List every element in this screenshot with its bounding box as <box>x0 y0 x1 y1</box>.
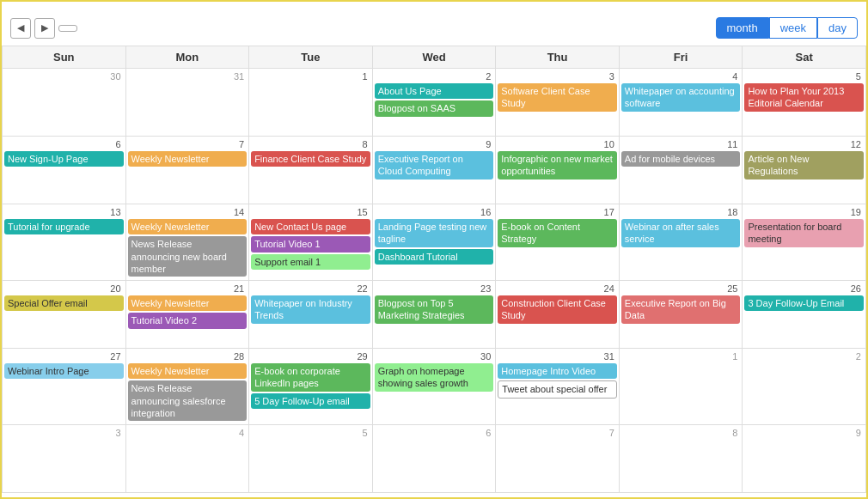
cell-date: 16 <box>375 206 494 219</box>
calendar-event[interactable]: Tutorial for upgrade <box>4 219 124 234</box>
calendar-cell: 22Whitepaper on Industry Trends <box>249 281 373 348</box>
calendar-cell: 21Weekly NewsletterTutorial Video 2 <box>126 281 250 348</box>
today-button[interactable] <box>58 25 77 32</box>
day-view-button[interactable]: day <box>817 17 858 39</box>
calendar-event[interactable]: Blogpost on SAAS <box>375 100 494 116</box>
next-button[interactable]: ▶ <box>34 18 55 39</box>
calendar-cell: 30Graph on homepage showing sales growth <box>373 349 497 424</box>
calendar-event[interactable]: Tutorial Video 1 <box>251 236 370 252</box>
calendar-event[interactable]: Weekly Newsletter <box>128 219 248 234</box>
calendar-event[interactable]: Blogpost on Top 5 Marketing Strategies <box>375 295 494 324</box>
calendar-grid: SunMonTueWedThuFriSat 303112About Us Pag… <box>2 46 866 493</box>
calendar-week-2: 13Tutorial for upgrade14Weekly Newslette… <box>3 204 866 281</box>
day-header-sun: Sun <box>3 46 126 69</box>
calendar-cell: 16Landing Page testing new taglineDashbo… <box>373 204 497 280</box>
calendar-event[interactable]: Landing Page testing new tagline <box>375 219 494 247</box>
calendar-event[interactable]: Tweet about special offer <box>498 380 617 398</box>
calendar-cell: 263 Day Follow-Up Email <box>743 281 866 348</box>
day-header-wed: Wed <box>373 46 497 69</box>
calendar-event[interactable]: Software Client Case Study <box>498 83 617 112</box>
calendar-cell: 29E-book on corporate LinkedIn pages5 Da… <box>249 349 373 424</box>
calendar-event[interactable]: Construction Client Case Study <box>498 295 617 324</box>
cell-date: 11 <box>621 138 741 151</box>
calendar-event[interactable]: Whitepaper on Industry Trends <box>251 295 370 324</box>
calendar-event[interactable]: Webinar on after sales service <box>621 219 741 247</box>
calendar-event[interactable]: Presentation for board meeting <box>744 219 864 247</box>
cell-date: 7 <box>128 138 248 151</box>
calendar-cell: 31Homepage Intro VideoTweet about specia… <box>496 349 620 424</box>
calendar-event[interactable]: Executive Report on Big Data <box>621 295 741 324</box>
cell-date: 6 <box>4 138 124 151</box>
calendar-cell: 9Executive Report on Cloud Computing <box>373 137 497 204</box>
calendar-event[interactable]: Weekly Newsletter <box>128 295 248 311</box>
calendar-cell: 28Weekly NewsletterNews Release announci… <box>126 349 250 424</box>
calendar-event[interactable]: Weekly Newsletter <box>128 363 248 379</box>
calendar-event[interactable]: Weekly Newsletter <box>128 151 248 167</box>
calendar-event[interactable]: Dashboard Tutorial <box>375 249 494 265</box>
calendar-event[interactable]: Graph on homepage showing sales growth <box>375 363 494 392</box>
cell-date: 27 <box>4 350 124 363</box>
cell-date: 1 <box>621 350 741 363</box>
calendar-event[interactable]: Article on New Regulations <box>744 151 864 180</box>
calendar-event[interactable]: 3 Day Follow-Up Email <box>744 295 864 311</box>
day-header-mon: Mon <box>126 46 250 69</box>
calendar-event[interactable]: Executive Report on Cloud Computing <box>375 151 494 180</box>
calendar-cell: 5How to Plan Your 2013 Editorial Calenda… <box>743 69 866 136</box>
calendar-cell: 1 <box>249 69 373 136</box>
calendar-event[interactable]: News Release announcing salesforce integ… <box>128 380 248 421</box>
view-buttons: month week day <box>716 17 858 39</box>
cell-date: 9 <box>744 427 864 440</box>
calendar-cell: 7 <box>496 425 620 492</box>
cell-date: 31 <box>128 70 248 83</box>
calendar-cell: 8 <box>620 425 743 492</box>
calendar-cell: 3 <box>3 425 126 492</box>
calendar-cell: 13Tutorial for upgrade <box>3 204 126 280</box>
month-view-button[interactable]: month <box>716 17 769 39</box>
cell-date: 31 <box>498 350 617 363</box>
calendar-cell: 2About Us PageBlogpost on SAAS <box>373 69 497 136</box>
calendar-event[interactable]: Webinar Intro Page <box>4 363 124 379</box>
calendar-event[interactable]: News Release announcing new board member <box>128 236 248 277</box>
day-header-tue: Tue <box>249 46 373 69</box>
calendar-event[interactable]: E-book on corporate LinkedIn pages <box>251 363 370 392</box>
calendar-cell: 6New Sign-Up Page <box>3 137 126 204</box>
cell-date: 5 <box>744 70 864 83</box>
prev-button[interactable]: ◀ <box>10 18 31 39</box>
cell-date: 7 <box>498 427 617 440</box>
calendar-cell: 3Software Client Case Study <box>496 69 620 136</box>
cell-date: 2 <box>744 350 864 363</box>
cell-date: 12 <box>744 138 864 151</box>
cell-date: 4 <box>128 427 248 440</box>
cell-date: 15 <box>251 206 370 219</box>
calendar-event[interactable]: How to Plan Your 2013 Editorial Calendar <box>744 83 864 112</box>
cell-date: 21 <box>128 283 248 295</box>
calendar-event[interactable]: Whitepaper on accounting software <box>621 83 741 112</box>
calendar-cell: 27Webinar Intro Page <box>3 349 126 424</box>
calendar-header: ◀ ▶ month week day <box>2 12 866 46</box>
calendar-cell: 6 <box>373 425 497 492</box>
calendar-event[interactable]: Finance Client Case Study <box>251 151 370 167</box>
calendar-event[interactable]: Ad for mobile devices <box>621 151 741 167</box>
calendar-event[interactable]: Infographic on new market opportunities <box>498 151 617 180</box>
cell-date: 30 <box>375 350 494 363</box>
calendar-event[interactable]: Tutorial Video 2 <box>128 313 248 328</box>
cell-date: 6 <box>375 427 494 440</box>
calendar-event[interactable]: 5 Day Follow-Up email <box>251 393 370 409</box>
calendar-event[interactable]: Special Offer email <box>4 295 124 311</box>
calendar-week-5: 3456789 <box>3 425 866 493</box>
calendar-cell: 11Ad for mobile devices <box>620 137 743 204</box>
cell-date: 10 <box>498 138 617 151</box>
calendar-cell: 19Presentation for board meeting <box>743 204 866 280</box>
cell-date: 24 <box>498 283 617 295</box>
calendar-event[interactable]: New Contact Us page <box>251 219 370 234</box>
calendar-event[interactable]: Support email 1 <box>251 254 370 270</box>
calendar-cell: 12Article on New Regulations <box>743 137 866 204</box>
calendar-cell: 14Weekly NewsletterNews Release announci… <box>126 204 250 280</box>
calendar-cell: 31 <box>126 69 250 136</box>
calendar-event[interactable]: E-book on Content Strategy <box>498 219 617 247</box>
calendar-event[interactable]: About Us Page <box>375 83 494 99</box>
calendar-cell: 1 <box>620 349 743 424</box>
calendar-event[interactable]: New Sign-Up Page <box>4 151 124 167</box>
week-view-button[interactable]: week <box>769 17 817 39</box>
calendar-event[interactable]: Homepage Intro Video <box>498 363 617 379</box>
